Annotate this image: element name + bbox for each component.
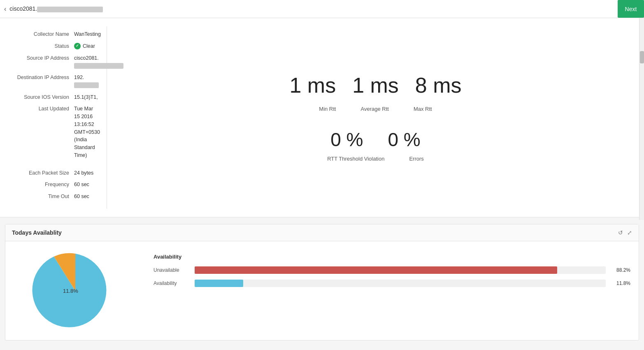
packet-size-value: 24 bytes	[74, 169, 93, 177]
rtt-violation-label: RTT Threshold Violation	[327, 156, 384, 162]
unavailable-bar-track	[195, 266, 606, 274]
svg-text:11.8%: 11.8%	[63, 288, 78, 294]
availability-bar-track	[195, 280, 606, 287]
percent-values: 0 % 0 %	[330, 128, 421, 151]
unavailable-bar-row: Unavailable 88.2%	[153, 266, 630, 274]
availability-header: Todays Availablity ↺ ⤢	[5, 224, 639, 241]
scrollbar-thumb[interactable]	[640, 51, 644, 63]
packet-size-label: Each Packet Size	[8, 169, 74, 177]
ios-version-row: Source IOS Version 15.1(3)T1,	[8, 93, 98, 101]
availability-body: 11.8% Availability Unavailable 88.2% Ava…	[5, 241, 639, 340]
avg-rtt-label: Average Rtt	[360, 106, 388, 112]
frequency-row: Frequency 60 sec	[8, 181, 98, 189]
collector-name-label: Collector Name	[8, 30, 74, 38]
next-button[interactable]: Next	[618, 0, 644, 18]
max-rtt-value: 8 ms	[415, 73, 462, 98]
availability-bar-fill	[195, 280, 243, 287]
source-ip-row: Source IP Address cisco2081.	[8, 54, 98, 70]
unavailable-value: 88.2%	[610, 267, 630, 273]
device-name-redacted	[37, 7, 103, 12]
errors-label: Errors	[409, 156, 423, 162]
timeout-label: Time Out	[8, 193, 74, 201]
frequency-label: Frequency	[8, 181, 74, 189]
dest-ip-row: Destination IP Address 192.	[8, 74, 98, 89]
unavailable-label: Unavailable	[153, 267, 191, 273]
stats-panel: 1 ms 1 ms 8 ms Min Rtt Average Rtt Max R…	[107, 26, 644, 209]
expand-icon[interactable]: ⤢	[627, 229, 632, 236]
dest-ip-label: Destination IP Address	[8, 74, 74, 82]
status-value: Clear	[74, 42, 95, 50]
timeout-row: Time Out 60 sec	[8, 193, 98, 201]
pie-chart-container: 11.8%	[14, 250, 137, 332]
availability-bar-label: Availability	[153, 280, 191, 286]
ios-version-label: Source IOS Version	[8, 93, 74, 101]
availability-section: Todays Availablity ↺ ⤢ 11.8% Ava	[5, 224, 639, 341]
availability-value: 11.8%	[610, 280, 630, 286]
bar-chart-area: Availability Unavailable 88.2% Availabil…	[153, 250, 630, 332]
availability-bar-row: Availability 11.8%	[153, 280, 630, 287]
collector-name-value: WanTesting	[74, 30, 101, 38]
rtt-labels: Min Rtt Average Rtt Max Rtt	[319, 106, 432, 112]
pie-chart: 11.8%	[22, 250, 129, 332]
rtt-values: 1 ms 1 ms 8 ms	[289, 73, 461, 98]
max-rtt-label: Max Rtt	[414, 106, 432, 112]
min-rtt-value: 1 ms	[289, 73, 336, 98]
info-panel: Collector Name WanTesting Status Clear S…	[0, 26, 107, 209]
avg-rtt-value: 1 ms	[352, 73, 399, 98]
status-text: Clear	[83, 42, 95, 50]
status-label: Status	[8, 42, 74, 50]
page-title: cisco2081.	[9, 5, 618, 12]
refresh-icon[interactable]: ↺	[618, 229, 623, 236]
avail-icons: ↺ ⤢	[618, 229, 632, 236]
main-content: Collector Name WanTesting Status Clear S…	[0, 18, 644, 217]
errors-value: 0 %	[388, 128, 421, 151]
last-updated-label: Last Updated	[8, 105, 74, 113]
device-name: cisco2081.	[9, 5, 37, 12]
ios-version-value: 15.1(3)T1,	[74, 93, 98, 101]
collector-name-row: Collector Name WanTesting	[8, 30, 98, 38]
frequency-value: 60 sec	[74, 181, 89, 189]
source-ip-label: Source IP Address	[8, 54, 74, 62]
timeout-value: 60 sec	[74, 193, 89, 201]
status-icon	[74, 43, 81, 49]
availability-title: Todays Availablity	[12, 229, 62, 236]
min-rtt-label: Min Rtt	[319, 106, 336, 112]
scrollbar[interactable]	[639, 18, 644, 220]
status-row: Status Clear	[8, 42, 98, 50]
rtt-violation-value: 0 %	[330, 128, 363, 151]
dest-ip-value: 192.	[74, 74, 99, 89]
info-section: Collector Name WanTesting Status Clear S…	[0, 18, 644, 217]
unavailable-bar-fill	[195, 266, 557, 274]
back-button[interactable]: ‹	[4, 5, 6, 13]
top-bar: ‹ cisco2081. 🗑 ‹ › Next	[0, 0, 644, 18]
percent-labels: RTT Threshold Violation Errors	[327, 156, 424, 162]
dest-ip-redacted	[74, 82, 99, 88]
packet-size-row: Each Packet Size 24 bytes	[8, 169, 98, 177]
last-updated-row: Last Updated Tue Mar 15 2016 13:16:52 GM…	[8, 105, 98, 159]
bar-chart-title: Availability	[153, 254, 630, 260]
last-updated-value: Tue Mar 15 2016 13:16:52 GMT+0530 (India…	[74, 105, 100, 159]
